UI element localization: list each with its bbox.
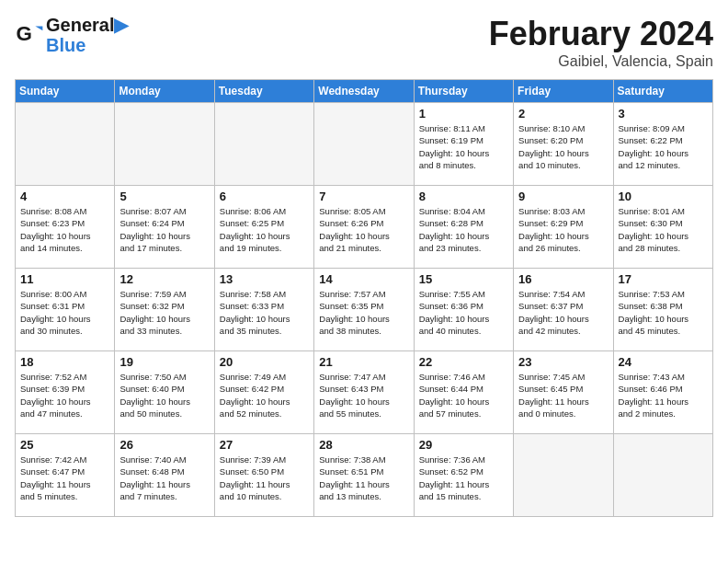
day-info: Sunrise: 7:50 AM Sunset: 6:40 PM Dayligh… <box>119 371 209 419</box>
day-info: Sunrise: 7:42 AM Sunset: 6:47 PM Dayligh… <box>20 454 109 502</box>
day-info: Sunrise: 8:09 AM Sunset: 6:22 PM Dayligh… <box>619 122 708 171</box>
day-info: Sunrise: 7:49 AM Sunset: 6:42 PM Dayligh… <box>220 371 309 419</box>
column-header-tuesday: Tuesday <box>214 80 313 103</box>
calendar-day-cell <box>314 103 414 186</box>
day-info: Sunrise: 7:43 AM Sunset: 6:46 PM Dayligh… <box>619 371 708 419</box>
day-info: Sunrise: 7:46 AM Sunset: 6:44 PM Dayligh… <box>419 371 508 419</box>
day-number: 10 <box>619 190 708 203</box>
day-info: Sunrise: 8:11 AM Sunset: 6:19 PM Dayligh… <box>419 122 508 171</box>
svg-text:G: G <box>17 22 32 45</box>
calendar-day-cell: 26Sunrise: 7:40 AM Sunset: 6:48 PM Dayli… <box>115 434 214 517</box>
day-info: Sunrise: 8:05 AM Sunset: 6:26 PM Dayligh… <box>319 205 408 254</box>
day-info: Sunrise: 7:40 AM Sunset: 6:48 PM Dayligh… <box>119 454 209 502</box>
column-header-saturday: Saturday <box>613 80 712 103</box>
logo-line1: General▶ <box>46 15 128 35</box>
calendar-day-cell: 25Sunrise: 7:42 AM Sunset: 6:47 PM Dayli… <box>16 434 115 517</box>
calendar-day-cell: 20Sunrise: 7:49 AM Sunset: 6:42 PM Dayli… <box>214 351 313 434</box>
calendar-day-cell: 5Sunrise: 8:07 AM Sunset: 6:24 PM Daylig… <box>115 186 214 269</box>
column-header-friday: Friday <box>514 80 613 103</box>
column-header-sunday: Sunday <box>16 80 115 103</box>
calendar-day-cell <box>613 434 712 517</box>
day-info: Sunrise: 7:36 AM Sunset: 6:52 PM Dayligh… <box>419 454 508 502</box>
day-number: 15 <box>419 272 508 286</box>
day-number: 12 <box>119 272 209 286</box>
day-info: Sunrise: 8:06 AM Sunset: 6:25 PM Dayligh… <box>220 205 309 254</box>
day-info: Sunrise: 7:53 AM Sunset: 6:38 PM Dayligh… <box>619 288 708 337</box>
day-number: 22 <box>419 355 508 369</box>
day-number: 3 <box>619 107 708 121</box>
logo-line2: Blue <box>46 35 128 55</box>
day-info: Sunrise: 8:10 AM Sunset: 6:20 PM Dayligh… <box>518 122 608 171</box>
calendar-day-cell: 23Sunrise: 7:45 AM Sunset: 6:45 PM Dayli… <box>514 351 613 434</box>
logo: G General▶ Blue <box>15 15 128 55</box>
day-number: 6 <box>220 190 309 203</box>
day-info: Sunrise: 7:39 AM Sunset: 6:50 PM Dayligh… <box>220 454 309 502</box>
calendar-day-cell: 12Sunrise: 7:59 AM Sunset: 6:32 PM Dayli… <box>115 269 214 351</box>
calendar-week-row: 18Sunrise: 7:52 AM Sunset: 6:39 PM Dayli… <box>16 351 713 434</box>
day-info: Sunrise: 7:55 AM Sunset: 6:36 PM Dayligh… <box>419 288 508 337</box>
column-header-thursday: Thursday <box>414 80 513 103</box>
day-number: 1 <box>419 107 508 121</box>
day-info: Sunrise: 8:00 AM Sunset: 6:31 PM Dayligh… <box>20 288 109 337</box>
calendar-day-cell: 7Sunrise: 8:05 AM Sunset: 6:26 PM Daylig… <box>314 186 414 269</box>
day-info: Sunrise: 8:03 AM Sunset: 6:29 PM Dayligh… <box>518 205 608 254</box>
day-info: Sunrise: 7:47 AM Sunset: 6:43 PM Dayligh… <box>319 371 408 419</box>
day-info: Sunrise: 7:57 AM Sunset: 6:35 PM Dayligh… <box>319 288 408 337</box>
day-number: 7 <box>319 190 408 203</box>
calendar-day-cell <box>214 103 313 186</box>
calendar-day-cell: 29Sunrise: 7:36 AM Sunset: 6:52 PM Dayli… <box>414 434 513 517</box>
day-info: Sunrise: 8:01 AM Sunset: 6:30 PM Dayligh… <box>619 205 708 254</box>
month-title: February 2024 <box>489 15 713 53</box>
day-number: 9 <box>518 190 608 203</box>
calendar-table: SundayMondayTuesdayWednesdayThursdayFrid… <box>15 79 713 517</box>
calendar-day-cell: 11Sunrise: 8:00 AM Sunset: 6:31 PM Dayli… <box>16 269 115 351</box>
column-header-wednesday: Wednesday <box>314 80 414 103</box>
day-number: 16 <box>518 272 608 286</box>
calendar-day-cell: 16Sunrise: 7:54 AM Sunset: 6:37 PM Dayli… <box>514 269 613 351</box>
calendar-day-cell: 21Sunrise: 7:47 AM Sunset: 6:43 PM Dayli… <box>314 351 414 434</box>
calendar-day-cell: 3Sunrise: 8:09 AM Sunset: 6:22 PM Daylig… <box>613 103 712 186</box>
calendar-week-row: 4Sunrise: 8:08 AM Sunset: 6:23 PM Daylig… <box>16 186 713 269</box>
day-number: 11 <box>20 272 109 286</box>
calendar-day-cell: 19Sunrise: 7:50 AM Sunset: 6:40 PM Dayli… <box>115 351 214 434</box>
day-info: Sunrise: 7:54 AM Sunset: 6:37 PM Dayligh… <box>518 288 608 337</box>
svg-marker-1 <box>35 26 42 30</box>
calendar-day-cell: 17Sunrise: 7:53 AM Sunset: 6:38 PM Dayli… <box>613 269 712 351</box>
column-header-monday: Monday <box>115 80 214 103</box>
calendar-day-cell: 9Sunrise: 8:03 AM Sunset: 6:29 PM Daylig… <box>514 186 613 269</box>
day-number: 29 <box>419 438 508 452</box>
day-info: Sunrise: 7:52 AM Sunset: 6:39 PM Dayligh… <box>20 371 109 419</box>
day-number: 28 <box>319 438 408 452</box>
day-number: 17 <box>619 272 708 286</box>
location: Gaibiel, Valencia, Spain <box>489 53 713 70</box>
calendar-day-cell: 2Sunrise: 8:10 AM Sunset: 6:20 PM Daylig… <box>514 103 613 186</box>
calendar-day-cell: 18Sunrise: 7:52 AM Sunset: 6:39 PM Dayli… <box>16 351 115 434</box>
day-number: 4 <box>20 190 109 203</box>
day-info: Sunrise: 8:07 AM Sunset: 6:24 PM Dayligh… <box>119 205 209 254</box>
day-info: Sunrise: 7:38 AM Sunset: 6:51 PM Dayligh… <box>319 454 408 502</box>
day-info: Sunrise: 8:08 AM Sunset: 6:23 PM Dayligh… <box>20 205 109 254</box>
calendar-day-cell <box>115 103 214 186</box>
calendar-day-cell <box>16 103 115 186</box>
calendar-day-cell: 27Sunrise: 7:39 AM Sunset: 6:50 PM Dayli… <box>214 434 313 517</box>
day-number: 2 <box>518 107 608 121</box>
calendar-day-cell <box>514 434 613 517</box>
calendar-day-cell: 1Sunrise: 8:11 AM Sunset: 6:19 PM Daylig… <box>414 103 513 186</box>
title-block: February 2024 Gaibiel, Valencia, Spain <box>489 15 713 70</box>
calendar-day-cell: 4Sunrise: 8:08 AM Sunset: 6:23 PM Daylig… <box>16 186 115 269</box>
calendar-day-cell: 6Sunrise: 8:06 AM Sunset: 6:25 PM Daylig… <box>214 186 313 269</box>
day-number: 25 <box>20 438 109 452</box>
calendar-week-row: 11Sunrise: 8:00 AM Sunset: 6:31 PM Dayli… <box>16 269 713 351</box>
calendar-day-cell: 22Sunrise: 7:46 AM Sunset: 6:44 PM Dayli… <box>414 351 513 434</box>
calendar-week-row: 25Sunrise: 7:42 AM Sunset: 6:47 PM Dayli… <box>16 434 713 517</box>
calendar-day-cell: 14Sunrise: 7:57 AM Sunset: 6:35 PM Dayli… <box>314 269 414 351</box>
calendar-day-cell: 8Sunrise: 8:04 AM Sunset: 6:28 PM Daylig… <box>414 186 513 269</box>
day-info: Sunrise: 8:04 AM Sunset: 6:28 PM Dayligh… <box>419 205 508 254</box>
calendar-header-row: SundayMondayTuesdayWednesdayThursdayFrid… <box>16 80 713 103</box>
page-header: G General▶ Blue February 2024 Gaibiel, V… <box>15 15 713 70</box>
day-number: 21 <box>319 355 408 369</box>
day-info: Sunrise: 7:59 AM Sunset: 6:32 PM Dayligh… <box>119 288 209 337</box>
calendar-day-cell: 13Sunrise: 7:58 AM Sunset: 6:33 PM Dayli… <box>214 269 313 351</box>
calendar-day-cell: 28Sunrise: 7:38 AM Sunset: 6:51 PM Dayli… <box>314 434 414 517</box>
day-number: 18 <box>20 355 109 369</box>
